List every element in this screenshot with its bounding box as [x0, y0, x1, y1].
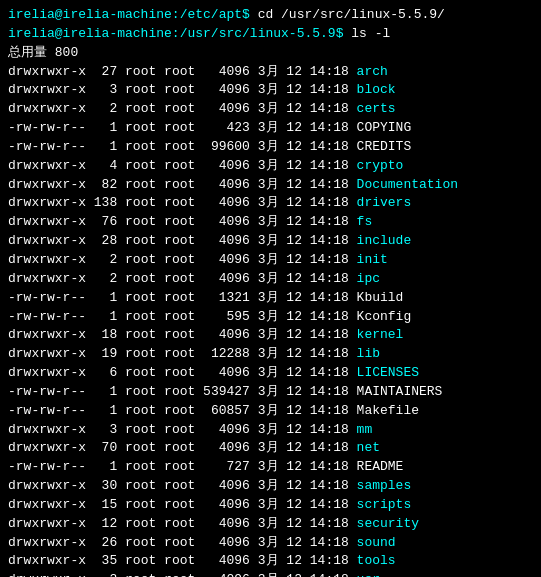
list-item: -rw-rw-r-- 1 root root 60857 3月 12 14:18… [8, 402, 533, 421]
file-day: 12 [286, 271, 302, 286]
file-user: root [125, 535, 156, 550]
file-size: 4096 [203, 64, 250, 79]
list-item: -rw-rw-r-- 1 root root 539427 3月 12 14:1… [8, 383, 533, 402]
file-name: net [357, 440, 380, 455]
file-size: 1321 [203, 290, 250, 305]
total-text: 总用量 800 [8, 44, 78, 63]
file-perms: drwxrwxr-x [8, 440, 86, 455]
file-month: 3月 [258, 422, 279, 437]
file-name: sound [357, 535, 396, 550]
file-month: 3月 [258, 384, 279, 399]
file-time: 14:18 [310, 553, 349, 568]
file-day: 12 [286, 553, 302, 568]
file-group: root [164, 271, 195, 286]
file-time: 14:18 [310, 535, 349, 550]
file-perms: drwxrwxr-x [8, 252, 86, 267]
file-perms: drwxrwxr-x [8, 214, 86, 229]
file-month: 3月 [258, 139, 279, 154]
command-line-2: irelia@irelia-machine:/usr/src/linux-5.5… [8, 25, 533, 44]
file-user: root [125, 214, 156, 229]
file-name: COPYING [357, 120, 412, 135]
list-item: drwxrwxr-x 70 root root 4096 3月 12 14:18… [8, 439, 533, 458]
file-name: MAINTAINERS [357, 384, 443, 399]
file-links: 6 [86, 365, 117, 380]
file-links: 2 [86, 252, 117, 267]
file-links: 3 [86, 572, 117, 577]
file-user: root [125, 346, 156, 361]
file-size: 4096 [203, 422, 250, 437]
file-links: 26 [86, 535, 117, 550]
file-day: 12 [286, 535, 302, 550]
file-user: root [125, 64, 156, 79]
file-name: CREDITS [357, 139, 412, 154]
file-group: root [164, 158, 195, 173]
file-user: root [125, 440, 156, 455]
file-group: root [164, 553, 195, 568]
file-month: 3月 [258, 177, 279, 192]
list-item: drwxrwxr-x 3 root root 4096 3月 12 14:18 … [8, 571, 533, 577]
file-month: 3月 [258, 346, 279, 361]
file-time: 14:18 [310, 572, 349, 577]
file-perms: drwxrwxr-x [8, 535, 86, 550]
file-name: Documentation [357, 177, 458, 192]
prompt-1: irelia@irelia-machine:/etc/apt$ [8, 6, 250, 25]
file-user: root [125, 120, 156, 135]
file-links: 1 [86, 290, 117, 305]
file-user: root [125, 195, 156, 210]
file-perms: drwxrwxr-x [8, 572, 86, 577]
file-month: 3月 [258, 553, 279, 568]
file-group: root [164, 440, 195, 455]
file-perms: -rw-rw-r-- [8, 384, 86, 399]
list-item: drwxrwxr-x 35 root root 4096 3月 12 14:18… [8, 552, 533, 571]
file-time: 14:18 [310, 195, 349, 210]
file-time: 14:18 [310, 120, 349, 135]
file-time: 14:18 [310, 478, 349, 493]
file-size: 4096 [203, 327, 250, 342]
list-item: drwxrwxr-x 19 root root 12288 3月 12 14:1… [8, 345, 533, 364]
cmd-2: ls -l [343, 25, 390, 44]
file-time: 14:18 [310, 64, 349, 79]
file-day: 12 [286, 101, 302, 116]
list-item: drwxrwxr-x 82 root root 4096 3月 12 14:18… [8, 176, 533, 195]
file-name: security [357, 516, 419, 531]
file-group: root [164, 384, 195, 399]
file-links: 27 [86, 64, 117, 79]
file-day: 12 [286, 327, 302, 342]
file-size: 595 [203, 309, 250, 324]
cmd-1: cd /usr/src/linux-5.5.9/ [250, 6, 445, 25]
file-size: 539427 [203, 384, 250, 399]
prompt-2: irelia@irelia-machine:/usr/src/linux-5.5… [8, 25, 343, 44]
file-name: samples [357, 478, 412, 493]
file-perms: -rw-rw-r-- [8, 139, 86, 154]
file-month: 3月 [258, 120, 279, 135]
file-user: root [125, 384, 156, 399]
file-time: 14:18 [310, 459, 349, 474]
file-perms: -rw-rw-r-- [8, 403, 86, 418]
list-item: -rw-rw-r-- 1 root root 1321 3月 12 14:18 … [8, 289, 533, 308]
file-month: 3月 [258, 101, 279, 116]
file-day: 12 [286, 214, 302, 229]
file-links: 12 [86, 516, 117, 531]
file-perms: drwxrwxr-x [8, 553, 86, 568]
file-month: 3月 [258, 440, 279, 455]
file-group: root [164, 422, 195, 437]
file-perms: drwxrwxr-x [8, 365, 86, 380]
file-name: tools [357, 553, 396, 568]
file-group: root [164, 214, 195, 229]
file-links: 1 [86, 139, 117, 154]
file-group: root [164, 290, 195, 305]
file-name: Makefile [357, 403, 419, 418]
file-day: 12 [286, 290, 302, 305]
list-item: drwxrwxr-x 3 root root 4096 3月 12 14:18 … [8, 81, 533, 100]
file-size: 4096 [203, 177, 250, 192]
file-time: 14:18 [310, 309, 349, 324]
file-size: 60857 [203, 403, 250, 418]
file-size: 4096 [203, 271, 250, 286]
file-time: 14:18 [310, 365, 349, 380]
file-day: 12 [286, 82, 302, 97]
file-day: 12 [286, 139, 302, 154]
file-user: root [125, 233, 156, 248]
file-time: 14:18 [310, 271, 349, 286]
file-group: root [164, 459, 195, 474]
file-user: root [125, 459, 156, 474]
